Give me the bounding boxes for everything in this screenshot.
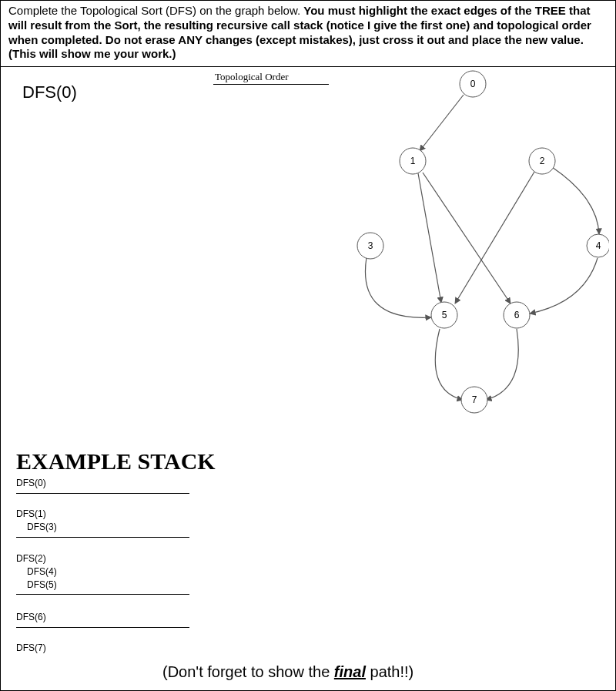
stack-underline <box>16 627 189 628</box>
edge-2-4 <box>552 167 599 234</box>
topological-order-underline <box>213 84 329 85</box>
svg-text:3: 3 <box>368 240 373 251</box>
node-3: 3 <box>357 233 383 259</box>
stack-block-3: DFS(6) <box>16 611 189 628</box>
final-note-post: path!!) <box>366 663 413 680</box>
svg-text:1: 1 <box>410 156 416 166</box>
final-path-note: (Don't forget to show the final path!!) <box>162 663 413 681</box>
stack-row: DFS(4) <box>16 565 189 579</box>
node-5: 5 <box>431 302 457 328</box>
content-area: DFS(0) Topological Order <box>1 67 615 687</box>
svg-text:7: 7 <box>472 394 477 405</box>
stack-row: DFS(5) <box>16 579 189 592</box>
example-stack-title: EXAMPLE STACK <box>16 448 216 475</box>
stack-row: DFS(7) <box>16 642 46 655</box>
edge-2-5 <box>455 172 534 304</box>
stack-block-2: DFS(2) DFS(4) DFS(5) <box>16 552 189 595</box>
stack-row: DFS(3) <box>16 521 189 534</box>
node-2: 2 <box>529 148 555 174</box>
instructions-block: Complete the Topological Sort (DFS) on t… <box>1 1 615 67</box>
svg-text:6: 6 <box>514 310 520 320</box>
svg-text:2: 2 <box>540 156 545 166</box>
stack-underline <box>16 537 189 538</box>
edge-1-5 <box>418 173 441 303</box>
edge-0-1 <box>420 95 464 151</box>
edge-5-7 <box>435 329 463 400</box>
page-frame: Complete the Topological Sort (DFS) on t… <box>0 0 616 691</box>
svg-text:0: 0 <box>470 79 476 89</box>
stack-row: DFS(1) <box>16 508 189 521</box>
graph-diagram: 0 1 2 3 4 <box>324 67 609 452</box>
stack-row: DFS(6) <box>16 611 189 624</box>
dfs-start-label: DFS(0) <box>22 82 77 102</box>
edge-6-7 <box>486 329 518 400</box>
node-7: 7 <box>461 387 487 413</box>
final-note-pre: (Don't forget to show the <box>162 663 334 680</box>
topological-order-label: Topological Order <box>215 71 288 83</box>
final-note-underlined: final <box>334 663 366 680</box>
stack-underline <box>16 594 189 595</box>
stack-block-0: DFS(0) <box>16 477 189 494</box>
stack-row: DFS(2) <box>16 552 189 565</box>
svg-text:4: 4 <box>596 240 601 251</box>
stack-block-1: DFS(1) DFS(3) <box>16 508 189 538</box>
edge-4-6 <box>530 258 598 314</box>
stack-block-4: DFS(7) <box>16 642 46 655</box>
node-4: 4 <box>587 234 609 257</box>
instructions-lead: Complete the Topological Sort (DFS) on t… <box>8 4 303 17</box>
svg-text:5: 5 <box>442 310 447 320</box>
stack-underline <box>16 493 189 494</box>
node-6: 6 <box>504 302 530 328</box>
node-1: 1 <box>400 148 426 174</box>
edge-3-5 <box>365 257 431 317</box>
node-0: 0 <box>460 71 486 97</box>
stack-row: DFS(0) <box>16 477 189 490</box>
